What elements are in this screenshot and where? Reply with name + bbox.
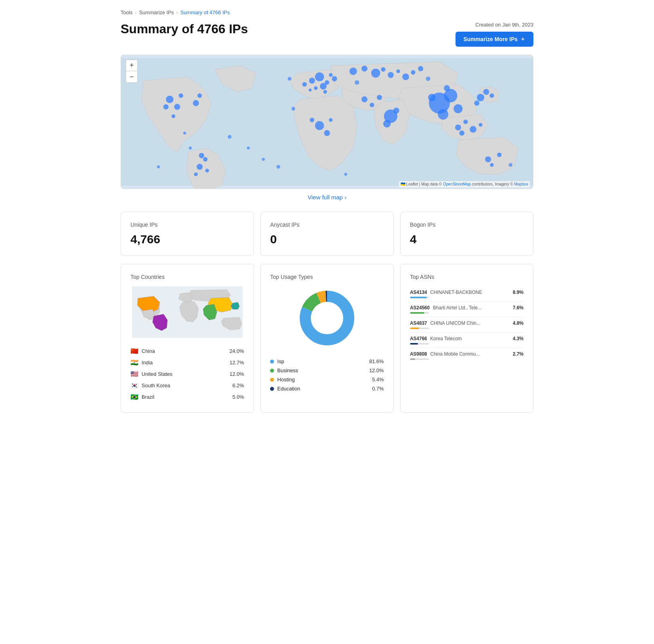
- svg-point-41: [315, 121, 324, 130]
- asn-pct-1: 7.6%: [513, 305, 524, 311]
- svg-point-50: [193, 100, 199, 106]
- bottom-row: Top Countries: [121, 264, 533, 413]
- svg-point-12: [361, 66, 367, 72]
- svg-point-5: [320, 83, 327, 89]
- svg-point-18: [411, 70, 415, 74]
- page-header: Summary of 4766 IPs Created on Jan 9th, …: [121, 22, 533, 47]
- svg-point-26: [477, 94, 484, 101]
- asn-bar-fill-1: [410, 312, 424, 314]
- svg-point-49: [172, 114, 175, 118]
- view-full-map-link[interactable]: View full map ›: [308, 194, 346, 201]
- bogon-ips-value: 4: [410, 233, 524, 246]
- breadcrumb-tools[interactable]: Tools: [121, 9, 132, 15]
- svg-point-9: [309, 89, 312, 92]
- stats-row: Unique IPs 4,766 Anycast IPs 0 Bogon IPs…: [121, 212, 533, 256]
- svg-point-40: [377, 95, 382, 100]
- business-pct: 12.0%: [369, 367, 384, 373]
- list-item: AS24560 Bharti Airtel Ltd., Tele... 7.6%: [410, 302, 524, 317]
- svg-point-59: [490, 163, 493, 167]
- list-item: Education 0.7%: [270, 384, 384, 393]
- kr-flag: 🇰🇷: [130, 382, 138, 389]
- india-flag: 🇮🇳: [130, 359, 138, 366]
- svg-point-4: [329, 73, 333, 77]
- asn-bar-fill-2: [410, 328, 419, 329]
- view-full-map-section: View full map ›: [121, 194, 533, 201]
- mapbox-link[interactable]: Mapbox: [514, 182, 528, 186]
- list-item: AS4837 CHINA UNICOM Chin... 4.8%: [410, 317, 524, 333]
- isp-pct: 81.6%: [369, 358, 384, 364]
- svg-point-11: [350, 68, 357, 75]
- hosting-dot: [270, 378, 274, 382]
- kr-pct: 6.2%: [232, 383, 244, 388]
- svg-point-24: [454, 104, 463, 113]
- isp-dot: [270, 360, 274, 364]
- india-pct: 12.7%: [229, 360, 244, 366]
- svg-point-23: [428, 94, 436, 101]
- breadcrumb-sep-2: ›: [176, 9, 178, 15]
- top-countries-card: Top Countries: [121, 264, 254, 413]
- list-item: 🇮🇳 India 12.7%: [130, 357, 244, 368]
- list-item: AS4134 CHINANET-BACKBONE 8.9%: [410, 286, 524, 302]
- hosting-label: Hosting: [277, 377, 295, 383]
- svg-point-30: [455, 125, 461, 131]
- svg-point-7: [332, 76, 337, 81]
- isp-label: Isp: [277, 358, 284, 364]
- unique-ips-value: 4,766: [130, 233, 244, 246]
- svg-point-28: [490, 93, 494, 98]
- svg-point-61: [291, 107, 295, 110]
- osm-link[interactable]: OpenStreetMap: [443, 182, 471, 186]
- svg-point-42: [324, 130, 330, 136]
- kr-name: South Korea: [142, 383, 170, 388]
- svg-point-33: [479, 123, 482, 127]
- breadcrumb-summarize-ips[interactable]: Summarize IPs: [139, 9, 174, 15]
- asn-pct-2: 4.8%: [513, 320, 524, 326]
- svg-point-68: [189, 147, 192, 150]
- anycast-ips-value: 0: [270, 233, 384, 246]
- bogon-ips-card: Bogon IPs 4: [400, 212, 533, 256]
- asn-bar-3: [410, 343, 429, 345]
- asn-pct-3: 4.3%: [513, 336, 524, 341]
- zoom-out-button[interactable]: −: [126, 71, 137, 82]
- top-asns-title: Top ASNs: [410, 274, 524, 280]
- svg-point-58: [497, 153, 501, 157]
- svg-point-64: [228, 135, 231, 138]
- svg-point-60: [157, 165, 160, 169]
- page-title: Summary of 4766 IPs: [121, 22, 248, 36]
- svg-point-45: [166, 96, 174, 103]
- asn-bar-1: [410, 312, 429, 314]
- asn-bar-fill-3: [410, 343, 418, 345]
- list-item: Hosting 5.4%: [270, 375, 384, 384]
- svg-point-43: [310, 118, 314, 122]
- india-name: India: [142, 360, 153, 366]
- business-label: Business: [277, 367, 298, 373]
- list-item: Isp 81.6%: [270, 357, 384, 366]
- us-flag: 🇺🇸: [130, 370, 138, 378]
- br-flag: 🇧🇷: [130, 393, 138, 401]
- svg-point-22: [438, 109, 448, 120]
- china-flag: 🇨🇳: [130, 347, 138, 355]
- svg-point-51: [197, 93, 202, 98]
- svg-point-52: [197, 164, 202, 170]
- svg-point-62: [344, 173, 348, 176]
- zoom-in-button[interactable]: +: [126, 60, 137, 71]
- svg-point-8: [302, 82, 306, 87]
- list-item: 🇧🇷 Brazil 5.0%: [130, 391, 244, 403]
- svg-point-67: [183, 132, 186, 135]
- list-item: 🇰🇷 South Korea 6.2%: [130, 380, 244, 391]
- unique-ips-card: Unique IPs 4,766: [121, 212, 254, 256]
- education-pct: 0.7%: [372, 386, 384, 392]
- svg-point-27: [483, 89, 489, 95]
- asn-id-2: AS4837: [410, 320, 427, 326]
- hosting-pct: 5.4%: [372, 377, 384, 383]
- country-list: 🇨🇳 China 24.0% 🇮🇳 India 12.7% 🇺🇸 U: [130, 345, 244, 403]
- svg-point-53: [203, 157, 207, 161]
- china-pct: 24.0%: [229, 348, 244, 354]
- anycast-ips-label: Anycast IPs: [270, 222, 384, 228]
- bogon-ips-label: Bogon IPs: [410, 222, 524, 228]
- leaflet-label: 🇺🇦 Leaflet: [401, 182, 418, 186]
- summarize-more-button[interactable]: Summarize More IPs ＋: [456, 32, 533, 47]
- top-usage-types-card: Top Usage Types: [260, 264, 393, 413]
- world-map[interactable]: + −: [121, 55, 533, 189]
- svg-point-57: [485, 156, 491, 162]
- svg-point-25: [444, 85, 450, 91]
